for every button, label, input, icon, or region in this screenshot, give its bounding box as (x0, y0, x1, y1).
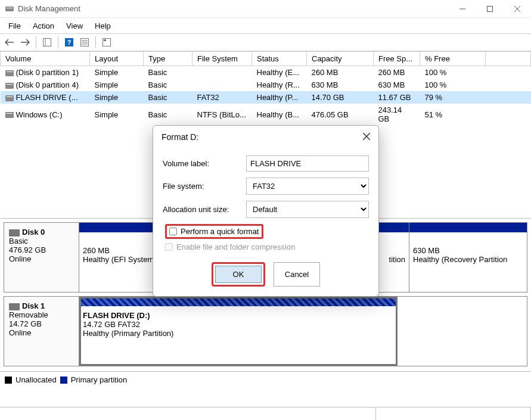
volume-fs (192, 66, 252, 79)
col-type[interactable]: Type (144, 52, 192, 66)
legend-unallocated-label: Unallocated (15, 375, 57, 384)
drive-icon (5, 83, 14, 89)
volume-fs: FAT32 (192, 91, 252, 104)
col-spacer (486, 52, 531, 66)
disk-info[interactable]: Disk 0 Basic 476.92 GB Online (4, 223, 79, 292)
dialog-title: Format D: (162, 132, 363, 142)
statusbar (0, 407, 531, 420)
drive-icon (5, 95, 14, 101)
volume-status: Healthy (R... (252, 79, 307, 91)
partition[interactable]: FLASH DRIVE (D:) 14.72 GB FAT32 Healthy … (79, 297, 398, 366)
volume-name: (Disk 0 partition 4) (16, 80, 79, 89)
dialog-titlebar: Format D: (153, 126, 378, 146)
disk-row: Disk 1 Removable 14.72 GB Online FLASH D… (4, 296, 527, 366)
file-system-select[interactable]: FAT32 (246, 178, 369, 195)
maximize-button[interactable] (476, 0, 504, 18)
volume-row[interactable]: Windows (C:) Simple Basic NTFS (BitLo...… (1, 104, 531, 125)
compression-checkbox (165, 243, 173, 251)
disk-size: 14.72 GB (9, 319, 74, 328)
cancel-button[interactable]: Cancel (274, 262, 320, 287)
list-view-button[interactable] (100, 35, 114, 49)
volume-row[interactable]: (Disk 0 partition 1) Simple Basic Health… (1, 66, 531, 79)
volume-pct: 100 % (420, 79, 486, 91)
svg-rect-15 (104, 39, 106, 41)
col-layout[interactable]: Layout (90, 52, 144, 66)
volume-label-input[interactable] (246, 155, 369, 172)
volume-pct: 100 % (420, 66, 486, 79)
disk-icon (9, 303, 20, 310)
volume-type: Basic (144, 79, 192, 91)
format-dialog: Format D: Volume label: File system: FAT… (153, 125, 379, 297)
volume-row[interactable]: FLASH DRIVE (... Simple Basic FAT32 Heal… (1, 91, 531, 104)
volume-free: 260 MB (374, 66, 420, 79)
col-capacity[interactable]: Capacity (307, 52, 374, 66)
volume-type: Basic (144, 104, 192, 125)
disk-info[interactable]: Disk 1 Removable 14.72 GB Online (4, 297, 79, 366)
volume-name: FLASH DRIVE (... (16, 93, 78, 102)
minimize-button[interactable] (449, 0, 476, 18)
volume-label-label: Volume label: (163, 159, 246, 168)
legend: Unallocated Primary partition (0, 371, 531, 388)
volume-free: 11.67 GB (374, 91, 420, 104)
menu-action[interactable]: Action (27, 20, 60, 32)
titlebar: Disk Management (0, 0, 531, 18)
toolbar: ? (0, 33, 531, 51)
toolbar-sep3 (95, 36, 96, 48)
svg-rect-6 (44, 39, 51, 46)
allocation-unit-size-select[interactable]: Default (246, 201, 369, 218)
ok-highlight: OK (212, 262, 265, 287)
volume-capacity: 14.70 GB (307, 91, 374, 104)
partition-status: Healthy (Recovery Partition (413, 255, 523, 264)
partition-size: 630 MB (413, 246, 523, 255)
menu-file[interactable]: File (2, 20, 27, 32)
disk-status: Online (9, 328, 74, 337)
app-icon (5, 4, 14, 14)
menu-view[interactable]: View (60, 20, 89, 32)
disk-type: Basic (9, 237, 74, 245)
partition-empty (398, 297, 527, 366)
volume-pct: 51 % (420, 104, 486, 125)
volume-free: 243.14 GB (374, 104, 420, 125)
toolbar-sep (36, 36, 36, 48)
ok-button[interactable]: OK (215, 266, 262, 283)
refresh-button[interactable] (77, 35, 92, 49)
volume-layout: Simple (90, 79, 144, 91)
disk-size: 476.92 GB (9, 245, 74, 254)
legend-primary-label: Primary partition (71, 375, 128, 384)
volume-layout: Simple (90, 66, 144, 79)
file-system-label: File system: (163, 182, 246, 191)
partition-header (409, 223, 527, 232)
disk-icon (9, 229, 20, 237)
volume-table: Volume Layout Type File System Status Ca… (0, 51, 531, 125)
partition[interactable]: 630 MB Healthy (Recovery Partition (409, 223, 527, 292)
drive-icon (5, 112, 14, 118)
volume-status: Healthy (E... (252, 66, 307, 79)
forward-button[interactable] (18, 35, 32, 49)
col-fs[interactable]: File System (192, 52, 252, 66)
svg-text:?: ? (67, 39, 72, 46)
volume-name: Windows (C:) (16, 110, 63, 119)
quick-format-highlight: Perform a quick format (165, 224, 263, 239)
show-hide-tree-button[interactable] (40, 35, 54, 49)
help-button[interactable]: ? (62, 35, 76, 49)
volume-capacity: 260 MB (307, 66, 374, 79)
legend-primary-swatch (60, 377, 67, 384)
disk-type: Removable (9, 310, 74, 319)
volume-row[interactable]: (Disk 0 partition 4) Simple Basic Health… (1, 79, 531, 91)
col-status[interactable]: Status (252, 52, 307, 66)
volume-free: 630 MB (374, 79, 420, 91)
disk-name: Disk 1 (22, 301, 45, 310)
legend-unallocated-swatch (5, 377, 12, 384)
partition-header (79, 297, 398, 306)
quick-format-checkbox[interactable] (169, 228, 177, 235)
volume-layout: Simple (90, 91, 144, 104)
col-pctfree[interactable]: % Free (420, 52, 486, 66)
disk-name: Disk 0 (22, 228, 45, 237)
back-button[interactable] (2, 35, 17, 49)
dialog-close-button[interactable] (363, 132, 370, 142)
close-button[interactable] (504, 0, 531, 18)
menu-help[interactable]: Help (89, 20, 117, 32)
col-free[interactable]: Free Sp... (374, 52, 420, 66)
partition-name: FLASH DRIVE (D:) (83, 311, 150, 320)
col-volume[interactable]: Volume (1, 52, 90, 66)
